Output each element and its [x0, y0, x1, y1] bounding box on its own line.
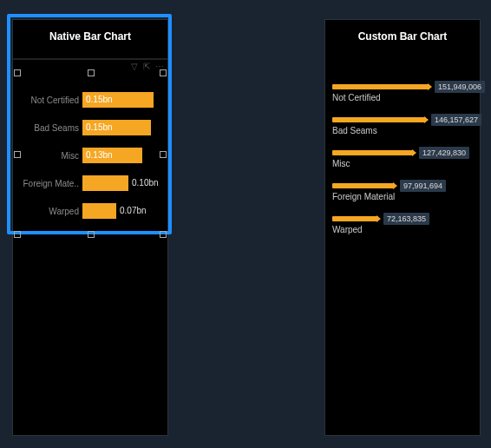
native-bar-chart-panel[interactable]: Native Bar Chart ▽ ⇱ ⋯ Not Certified0.15…	[12, 19, 168, 436]
bar-row: 72,163,835Warped	[332, 216, 473, 246]
category-label: Foreign Material	[332, 192, 395, 201]
value-label: 146,157,627	[431, 114, 481, 126]
bar-row: Foreign Mate..0.10bn	[13, 169, 167, 197]
category-label: Not Certified	[13, 96, 82, 105]
value-label: 0.07bn	[116, 203, 147, 219]
resize-handle-bm[interactable]	[88, 231, 95, 238]
custom-chart-area: 151,949,006Not Certified146,157,627Bad S…	[332, 84, 473, 249]
bar-wrap: 0.15bn	[82, 92, 167, 108]
bar-row: 127,429,830Misc	[332, 150, 473, 180]
bar-wrap: 0.10bn	[82, 175, 167, 191]
bar-row: 151,949,006Not Certified	[332, 84, 473, 114]
filter-icon[interactable]: ▽	[131, 62, 138, 71]
bar[interactable]	[332, 216, 378, 221]
resize-handle-tm[interactable]	[88, 69, 95, 76]
value-label: 0.10bn	[128, 175, 159, 191]
custom-bar-chart-panel[interactable]: Custom Bar Chart 151,949,006Not Certifie…	[324, 19, 481, 436]
value-label: 97,991,694	[400, 180, 446, 192]
category-label: Misc	[13, 151, 82, 161]
bar-row: Bad Seams0.15bn	[13, 114, 167, 142]
bar[interactable]	[332, 150, 414, 155]
visual-toolbar: ▽ ⇱ ⋯	[131, 62, 164, 71]
value-label: 0.13bn	[82, 148, 113, 163]
value-label: 72,163,835	[383, 213, 429, 225]
category-label: Not Certified	[332, 93, 381, 102]
category-label: Warped	[332, 225, 363, 234]
resize-handle-tl[interactable]	[14, 69, 21, 76]
bar-row: Warped0.07bn	[13, 197, 167, 225]
more-icon[interactable]: ⋯	[155, 62, 164, 71]
category-label: Bad Seams	[332, 126, 377, 135]
category-label: Misc	[332, 159, 350, 168]
value-label: 151,949,006	[435, 81, 485, 93]
native-chart-title: Native Bar Chart	[13, 20, 167, 43]
resize-handle-bl[interactable]	[14, 231, 21, 238]
bar[interactable]	[332, 117, 426, 122]
bar-row: 146,157,627Bad Seams	[332, 117, 473, 147]
bar[interactable]	[332, 84, 429, 89]
category-label: Bad Seams	[13, 123, 82, 133]
bar[interactable]	[82, 203, 116, 219]
category-label: Warped	[13, 207, 82, 216]
native-chart-area: Not Certified0.15bnBad Seams0.15bnMisc0.…	[13, 86, 167, 225]
bar-row: Misc0.13bn	[13, 142, 167, 169]
bar-wrap: 0.15bn	[82, 120, 167, 135]
category-label: Foreign Mate..	[13, 179, 82, 188]
custom-chart-title: Custom Bar Chart	[325, 20, 480, 43]
value-label: 0.15bn	[82, 120, 113, 135]
bar-wrap: 0.13bn	[82, 148, 167, 163]
bar[interactable]	[332, 183, 395, 188]
divider	[13, 58, 167, 60]
value-label: 127,429,830	[419, 147, 469, 159]
bar-wrap: 0.07bn	[82, 203, 167, 219]
bar[interactable]	[82, 175, 128, 191]
bar-row: 97,991,694Foreign Material	[332, 183, 473, 213]
value-label: 0.15bn	[82, 92, 113, 108]
bar-row: Not Certified0.15bn	[13, 86, 167, 114]
resize-handle-br[interactable]	[160, 231, 167, 238]
focus-icon[interactable]: ⇱	[143, 62, 150, 71]
